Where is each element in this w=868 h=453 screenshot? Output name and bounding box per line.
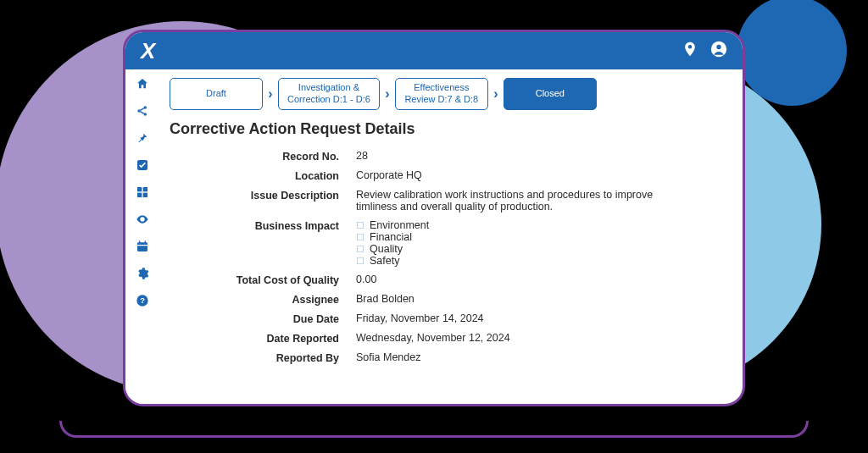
workflow-step-label: Closed bbox=[513, 88, 587, 100]
chevron-right-icon: › bbox=[380, 78, 395, 110]
checkbox-icon[interactable] bbox=[135, 157, 150, 173]
page-title: Corrective Action Request Details bbox=[170, 120, 724, 138]
field-value-reported-by: Sofia Mendez bbox=[356, 351, 724, 364]
decor-circle-blue bbox=[737, 0, 847, 106]
svg-rect-7 bbox=[143, 187, 147, 191]
field-label-total-cost: Total Cost of Quality bbox=[170, 273, 339, 286]
field-value-business-impact: Environment Financial Quality Safety bbox=[356, 219, 724, 267]
field-value-due-date: Friday, November 14, 2024 bbox=[356, 312, 724, 325]
topbar: X bbox=[125, 32, 743, 69]
svg-rect-10 bbox=[137, 242, 147, 251]
main-content: Draft › Investigation & Correction D:1 -… bbox=[159, 69, 743, 404]
workflow-step-label: Effectiveness bbox=[404, 82, 479, 94]
impact-option[interactable]: Financial bbox=[356, 231, 724, 243]
svg-rect-9 bbox=[143, 193, 147, 197]
user-avatar-icon[interactable] bbox=[710, 41, 727, 61]
field-value-assignee: Brad Bolden bbox=[356, 293, 724, 306]
home-icon[interactable] bbox=[135, 76, 150, 91]
calendar-icon[interactable] bbox=[135, 239, 150, 254]
decor-laptop-base bbox=[59, 421, 809, 438]
workflow-step-label: Draft bbox=[179, 88, 253, 100]
field-value-date-reported: Wednesday, November 12, 2024 bbox=[356, 332, 724, 345]
svg-rect-11 bbox=[139, 240, 140, 243]
field-value-record-no: 28 bbox=[356, 150, 724, 163]
field-value-location: Corporate HQ bbox=[356, 169, 724, 182]
share-icon[interactable] bbox=[135, 103, 150, 119]
dashboard-icon[interactable] bbox=[135, 185, 150, 200]
field-label-date-reported: Date Reported bbox=[170, 332, 339, 345]
topbar-actions bbox=[682, 41, 727, 61]
field-value-total-cost: 0.00 bbox=[356, 273, 724, 286]
field-label-issue-description: Issue Description bbox=[170, 189, 339, 213]
workflow-step-sublabel: Correction D:1 - D:6 bbox=[287, 94, 370, 106]
location-pin-icon[interactable] bbox=[682, 41, 698, 61]
sidebar: ? bbox=[125, 69, 159, 404]
pin-icon[interactable] bbox=[135, 130, 150, 146]
gear-icon[interactable] bbox=[135, 266, 150, 281]
svg-rect-6 bbox=[137, 187, 142, 191]
workflow-step-effectiveness[interactable]: Effectiveness Review D:7 & D:8 bbox=[395, 78, 488, 110]
svg-text:?: ? bbox=[140, 296, 145, 305]
field-label-reported-by: Reported By bbox=[170, 351, 339, 364]
workflow-step-sublabel: Review D:7 & D:8 bbox=[404, 94, 479, 106]
workflow-step-investigation[interactable]: Investigation & Correction D:1 - D:6 bbox=[278, 78, 380, 110]
svg-rect-12 bbox=[145, 240, 146, 243]
details-grid: Record No. 28 Location Corporate HQ Issu… bbox=[170, 150, 724, 364]
field-label-record-no: Record No. bbox=[170, 150, 339, 163]
workflow-steps: Draft › Investigation & Correction D:1 -… bbox=[170, 78, 724, 110]
logo: X bbox=[141, 38, 153, 64]
field-value-issue-description: Review calibration work instructions and… bbox=[356, 189, 661, 213]
svg-rect-8 bbox=[137, 193, 142, 197]
business-impact-list: Environment Financial Quality Safety bbox=[356, 219, 724, 267]
chevron-right-icon: › bbox=[488, 78, 504, 110]
impact-option[interactable]: Environment bbox=[356, 219, 724, 231]
workflow-step-closed[interactable]: Closed bbox=[504, 78, 597, 110]
body-area: ? Draft › Investigation & Correction D:1… bbox=[125, 69, 743, 404]
chevron-right-icon: › bbox=[263, 78, 278, 110]
field-label-assignee: Assignee bbox=[170, 293, 339, 306]
field-label-business-impact: Business Impact bbox=[170, 219, 339, 267]
help-icon[interactable]: ? bbox=[135, 293, 150, 308]
impact-option[interactable]: Quality bbox=[356, 243, 724, 255]
workflow-step-draft[interactable]: Draft bbox=[170, 78, 263, 110]
workflow-step-label: Investigation & bbox=[287, 82, 370, 94]
svg-point-1 bbox=[716, 45, 721, 49]
field-label-location: Location bbox=[170, 169, 339, 182]
eye-icon[interactable] bbox=[135, 212, 150, 227]
field-label-due-date: Due Date bbox=[170, 312, 339, 325]
app-window: X ? Draft › bbox=[123, 30, 745, 406]
impact-option[interactable]: Safety bbox=[356, 255, 724, 267]
